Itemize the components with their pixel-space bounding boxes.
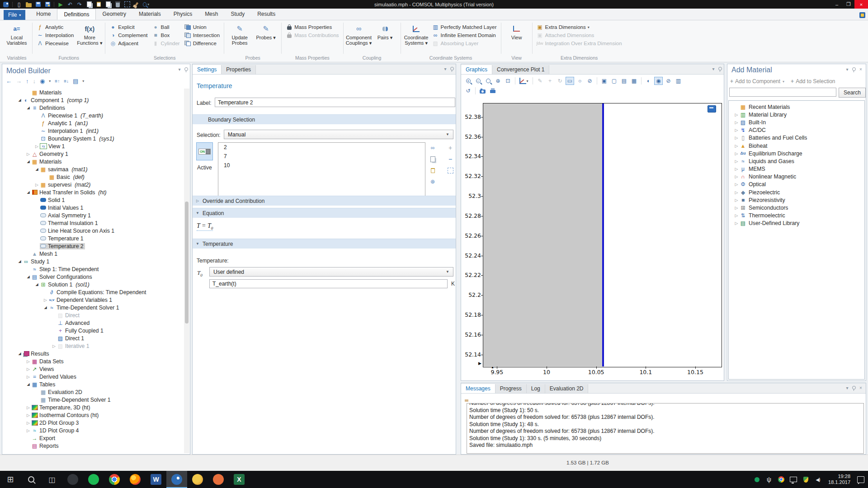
material-category[interactable]: ▷ΦOptical — [729, 181, 864, 188]
material-category[interactable]: ▷▨Built-In — [729, 118, 864, 126]
material-category[interactable]: ▷⊞Semiconductors — [729, 204, 864, 211]
hide-selected-icon[interactable]: ⊘ — [664, 77, 673, 85]
taskbar-app-excel[interactable]: X — [229, 471, 250, 488]
panel-menu-icon[interactable]: ▾ — [710, 66, 717, 72]
material-category[interactable]: ▷∩Nonlinear Magnetic — [729, 173, 864, 181]
selection-dropdown[interactable]: Manual▼ — [224, 130, 453, 139]
expander-open-icon[interactable]: ◢ — [17, 98, 23, 102]
tab-messages[interactable]: Messages — [461, 384, 495, 393]
temperature-section-header[interactable]: ▼Temperature — [193, 239, 456, 249]
tree-item[interactable]: ▷xyView 1 — [2, 142, 184, 150]
expander-open-icon[interactable]: ◢ — [25, 382, 31, 386]
maximize-button[interactable]: ❐ — [843, 0, 854, 9]
material-category[interactable]: ▷ΔuEquilibrium Discharge — [729, 150, 864, 157]
interpolation-button[interactable]: ∼Interpolation — [35, 31, 75, 39]
tree-item[interactable]: ∂Compile Equations: Time Dependent — [2, 288, 184, 296]
tree-item[interactable]: ▨Direct — [2, 311, 184, 319]
tree-item[interactable]: ∼Interpolation 1(int1) — [2, 127, 184, 135]
tree-item[interactable]: Temperature 2 — [2, 242, 184, 250]
integration-over-extra-dimension-button[interactable]: ∫dwIntegration Over Extra Dimension — [535, 39, 624, 47]
tree-item[interactable]: ▦Time-Dependent Solver 1 — [2, 396, 184, 404]
copy-icon[interactable] — [86, 1, 92, 8]
tab-graphics[interactable]: Graphics — [461, 65, 492, 74]
probes-button[interactable]: ✎Probes ▾ — [253, 22, 279, 46]
save-as-icon[interactable] — [44, 1, 51, 8]
expander-open-icon[interactable]: ◢ — [17, 259, 23, 263]
tree-item[interactable]: ▷2D Plot Group 3 — [2, 419, 184, 427]
tree-item[interactable]: ◢◐Component 1(comp 1) — [2, 96, 184, 104]
start-button[interactable]: ⊞ — [0, 471, 21, 488]
expander-open-icon[interactable]: ◢ — [25, 190, 31, 194]
transparency-icon[interactable]: ◐ — [644, 77, 653, 85]
new-icon[interactable]: ▯ — [16, 1, 22, 8]
expander-closed-icon[interactable]: ▷ — [733, 159, 740, 164]
expander-closed-icon[interactable]: ▷ — [42, 298, 48, 302]
expander-closed-icon[interactable]: ▷ — [733, 174, 740, 179]
open-icon[interactable] — [25, 1, 32, 8]
pin-icon[interactable] — [852, 386, 856, 389]
analytic-button[interactable]: ƒAnalytic — [35, 23, 75, 31]
tree-item[interactable]: ▲Mesh 1 — [2, 250, 184, 258]
model-tree-options-icon[interactable]: ▤ — [73, 78, 78, 84]
expander-closed-icon[interactable]: ▷ — [34, 183, 40, 187]
pin-icon[interactable] — [184, 67, 188, 71]
tree-item[interactable]: ▤Reports — [2, 442, 184, 450]
go-to-default-view-icon[interactable]: ▾ — [518, 77, 530, 85]
usb-icon[interactable]: ψ — [765, 476, 773, 483]
plot-info-icon[interactable] — [708, 105, 716, 113]
panel-menu-icon[interactable]: ▾ — [844, 385, 850, 391]
tab-home[interactable]: Home — [30, 9, 57, 20]
move-icon[interactable]: + — [546, 77, 554, 85]
tab-properties[interactable]: Properties — [222, 65, 256, 74]
taskbar-clock[interactable]: 19:28 18.1.2017 — [826, 474, 852, 485]
defender-icon[interactable] — [802, 476, 809, 483]
chrome-tray-icon[interactable] — [778, 476, 785, 483]
paste-icon[interactable] — [95, 1, 102, 8]
tree-item[interactable]: ▷▦supervesi(mat2) — [2, 181, 184, 188]
component-couplings-button[interactable]: ∞ComponentCouplings ▾ — [346, 22, 372, 46]
boundary-list-item[interactable]: 7 — [218, 152, 425, 161]
tree-item[interactable]: ◢▦Tables — [2, 380, 184, 388]
tree-item[interactable]: ▦Evaluation 2D — [2, 388, 184, 396]
expander-closed-icon[interactable]: ▷ — [733, 167, 740, 171]
scene-light-icon[interactable]: ◉ — [654, 77, 663, 85]
expander-closed-icon[interactable]: ▷ — [733, 206, 740, 210]
material-category[interactable]: ▷▲Bioheat — [729, 142, 864, 150]
zoom-to-selection-icon[interactable]: ⊕ — [429, 178, 436, 185]
panel-menu-icon[interactable]: ▾ — [176, 66, 183, 72]
messages-log[interactable]: Number of degrees of freedom solved for:… — [467, 403, 864, 454]
tree-scrollbar[interactable] — [184, 89, 189, 453]
volume-icon[interactable]: ◀) — [814, 476, 821, 483]
tree-item[interactable]: ◢≈Time-Dependent Solver 1 — [2, 304, 184, 311]
extra-dimensions-button[interactable]: ▣Extra Dimensions▾ — [535, 23, 624, 31]
copy-selection-icon[interactable] — [429, 155, 436, 163]
back-icon[interactable]: ← — [6, 78, 12, 84]
expander-closed-icon[interactable]: ▷ — [25, 421, 31, 425]
taskbar-app-app-dark[interactable] — [62, 471, 83, 488]
expander-open-icon[interactable]: ◢ — [34, 282, 40, 286]
undo-icon[interactable]: ↶ — [67, 1, 73, 8]
material-category[interactable]: ▷▤User-Defined Library — [729, 220, 864, 227]
zoom-extents-icon[interactable]: ⊕ — [494, 77, 502, 85]
view-settings-icon[interactable]: ▥ — [674, 77, 683, 85]
tree-item[interactable]: ▦Materials — [2, 89, 184, 96]
taskbar-app-firefox[interactable] — [125, 471, 146, 488]
tree-item[interactable]: ◢▤Solver Configurations — [2, 273, 184, 281]
override-section-header[interactable]: ▷Override and Contribution — [193, 196, 456, 206]
clear-selection-icon[interactable] — [447, 167, 454, 174]
panel-menu-icon[interactable]: ▾ — [442, 66, 448, 72]
taskbar-app-comsol[interactable] — [166, 471, 187, 488]
scrollbar-thumb[interactable] — [185, 202, 189, 324]
deselect-icon[interactable]: ⊘ — [585, 77, 594, 85]
task-view-button[interactable]: ◫ — [42, 471, 62, 488]
close-panel-icon[interactable]: × — [858, 66, 864, 72]
expander-open-icon[interactable]: ◢ — [42, 305, 48, 310]
expander-closed-icon[interactable]: ▷ — [25, 367, 31, 371]
material-category[interactable]: ▷■Piezoresistivity — [729, 196, 864, 204]
expander-closed-icon[interactable]: ▷ — [733, 182, 740, 187]
explicit-button[interactable]: ●Explicit — [108, 23, 149, 31]
intersection-button[interactable]: Intersection — [183, 31, 222, 39]
expander-closed-icon[interactable]: ▷ — [733, 151, 740, 156]
select-boundaries-icon[interactable]: ▢ — [610, 77, 618, 85]
expander-closed-icon[interactable]: ▷ — [733, 213, 740, 218]
